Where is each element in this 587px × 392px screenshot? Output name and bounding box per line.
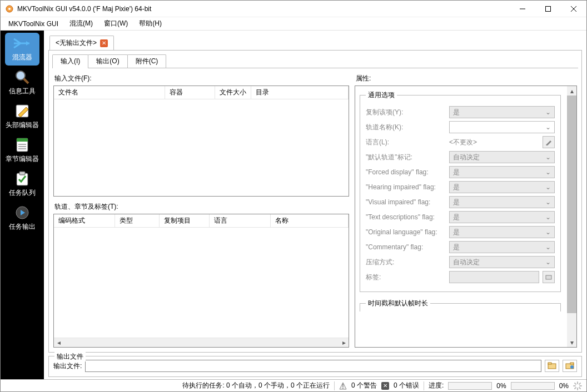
sidebar-item-output[interactable]: 任务输出 — [5, 202, 39, 235]
minimize-button[interactable] — [510, 1, 535, 17]
sidebar-item-label: 任务输出 — [9, 222, 36, 232]
progress-bar-1 — [448, 382, 492, 390]
output-icon — [12, 204, 32, 221]
menu-help[interactable]: 帮助(H) — [133, 18, 167, 29]
timing-legend: 时间戳和默认帧时长 — [366, 299, 430, 308]
svg-rect-23 — [570, 363, 574, 364]
queue-icon — [12, 170, 32, 187]
svg-point-24 — [570, 365, 574, 369]
chevron-down-icon: ⌄ — [545, 153, 551, 161]
tracks-list[interactable]: 编码格式 类型 复制项目 语言 名称 ◂ ▸ — [53, 214, 349, 348]
chevron-down-icon: ⌄ — [545, 258, 551, 266]
spinner-icon — [573, 381, 582, 390]
sidebar-item-info[interactable]: 信息工具 — [5, 67, 39, 99]
file-tab[interactable]: <无输出文件> ✕ — [49, 36, 114, 50]
window-title: MKVToolNix GUI v54.0.0 ('F Maj Pixie') 6… — [17, 5, 510, 13]
chevron-down-icon: ⌄ — [545, 183, 551, 191]
col-container[interactable]: 容器 — [165, 86, 215, 99]
col-type[interactable]: 类型 — [115, 214, 160, 227]
svg-marker-6 — [26, 41, 29, 46]
merge-icon — [12, 35, 32, 52]
sidebar-item-queue[interactable]: 任务队列 — [5, 168, 39, 201]
scroll-down-icon[interactable]: ▾ — [567, 338, 576, 347]
scroll-up-icon[interactable]: ▴ — [567, 86, 576, 96]
col-dir[interactable]: 目录 — [251, 86, 349, 99]
general-options-legend: 通用选项 — [366, 91, 397, 100]
status-errors: 0 个错误 — [394, 381, 419, 390]
col-copy[interactable]: 复制项目 — [160, 214, 210, 227]
maximize-button[interactable] — [535, 1, 561, 17]
output-file-input[interactable] — [85, 360, 541, 372]
tab-output[interactable]: 输出(O) — [88, 54, 127, 68]
commentary-combo[interactable]: 是⌄ — [449, 241, 555, 253]
status-pending: 待执行的任务: 0 个自动，0 个手动，0 个正在运行 — [182, 381, 330, 390]
svg-rect-11 — [17, 138, 28, 142]
progress-label: 进度: — [429, 381, 444, 390]
output-legend: 输出文件 — [54, 352, 86, 361]
status-warnings: 0 个警告 — [351, 381, 377, 390]
tracks-hscroll[interactable]: ◂ ▸ — [54, 338, 349, 347]
input-files-list[interactable]: 文件名 容器 文件大小 目录 — [53, 86, 349, 197]
svg-text:!: ! — [342, 383, 344, 390]
sidebar-item-label: 章节编辑器 — [6, 154, 39, 164]
svg-line-31 — [575, 383, 576, 384]
menu-app[interactable]: MKVToolNix GUI — [3, 19, 64, 29]
svg-rect-19 — [546, 275, 551, 279]
visual-impaired-combo[interactable]: 是⌄ — [449, 196, 555, 208]
sidebar-item-mux[interactable]: 混流器 — [5, 33, 39, 66]
file-tab-label: <无输出文件> — [56, 38, 97, 48]
magnifier-icon — [12, 69, 32, 86]
col-filename[interactable]: 文件名 — [54, 86, 165, 99]
close-button[interactable] — [561, 1, 586, 17]
compression-combo[interactable]: 自动决定⌄ — [449, 256, 555, 268]
app-icon — [5, 4, 14, 13]
text-desc-combo[interactable]: 是⌄ — [449, 211, 555, 223]
forced-display-combo[interactable]: 是⌄ — [449, 166, 555, 178]
scroll-left-icon[interactable]: ◂ — [54, 338, 63, 348]
orig-lang-combo[interactable]: 是⌄ — [449, 226, 555, 238]
error-icon: ✕ — [381, 382, 389, 390]
track-name-combo[interactable]: ⌄ — [449, 121, 555, 133]
svg-point-1 — [8, 8, 11, 10]
tags-field[interactable] — [449, 271, 539, 283]
copy-item-combo[interactable]: 是⌄ — [449, 106, 555, 118]
edit-icon — [12, 103, 32, 119]
sidebar: 混流器 信息工具 头部编辑器 章节编辑器 任务队列 任务输出 — [1, 31, 44, 379]
edit-language-button[interactable] — [543, 136, 555, 148]
sidebar-item-label: 任务队列 — [9, 188, 36, 198]
properties-vscroll[interactable]: ▴ ▾ — [567, 86, 576, 347]
col-lang[interactable]: 语言 — [210, 214, 271, 227]
sidebar-item-header-editor[interactable]: 头部编辑器 — [5, 100, 39, 133]
svg-rect-21 — [548, 363, 551, 364]
close-tab-icon[interactable]: ✕ — [100, 39, 108, 47]
properties-panel: 通用选项 复制该项(Y):是⌄ 轨道名称(K):⌄ 语言(L):<不更改> "默… — [355, 86, 577, 348]
tab-attachments[interactable]: 附件(C) — [127, 54, 167, 68]
svg-line-8 — [24, 79, 28, 83]
output-file-label: 输出文件: — [53, 361, 82, 371]
svg-line-32 — [579, 388, 580, 389]
svg-line-34 — [579, 383, 580, 384]
warning-icon: ! — [339, 382, 347, 390]
browse-output-button[interactable] — [545, 360, 559, 372]
tab-input[interactable]: 输入(I) — [52, 54, 88, 68]
sidebar-item-label: 头部编辑器 — [6, 120, 39, 130]
col-size[interactable]: 文件大小 — [215, 86, 251, 99]
chevron-down-icon: ⌄ — [545, 108, 551, 116]
hearing-impaired-combo[interactable]: 是⌄ — [449, 181, 555, 193]
chevron-down-icon: ⌄ — [545, 168, 551, 176]
col-name[interactable]: 名称 — [271, 214, 349, 227]
status-bar: 待执行的任务: 0 个自动，0 个手动，0 个正在运行 ! 0 个警告 ✕ 0 … — [1, 379, 586, 391]
menu-mux[interactable]: 混流(M) — [64, 18, 98, 29]
browse-tags-button[interactable] — [543, 271, 555, 283]
properties-label: 属性: — [356, 74, 577, 83]
menu-window[interactable]: 窗口(W) — [98, 18, 133, 29]
svg-rect-3 — [546, 6, 551, 11]
recent-output-button[interactable] — [563, 360, 577, 372]
progress-bar-2 — [511, 382, 555, 390]
chevron-down-icon: ⌄ — [545, 198, 551, 206]
default-track-combo[interactable]: 自动决定⌄ — [449, 151, 555, 163]
sidebar-item-chapter-editor[interactable]: 章节编辑器 — [5, 134, 39, 167]
col-codec[interactable]: 编码格式 — [54, 214, 115, 227]
content-area: <无输出文件> ✕ 输入(I) 输出(O) 附件(C) 输入文件(F): 文件名 — [44, 31, 586, 379]
scroll-right-icon[interactable]: ▸ — [339, 338, 349, 348]
